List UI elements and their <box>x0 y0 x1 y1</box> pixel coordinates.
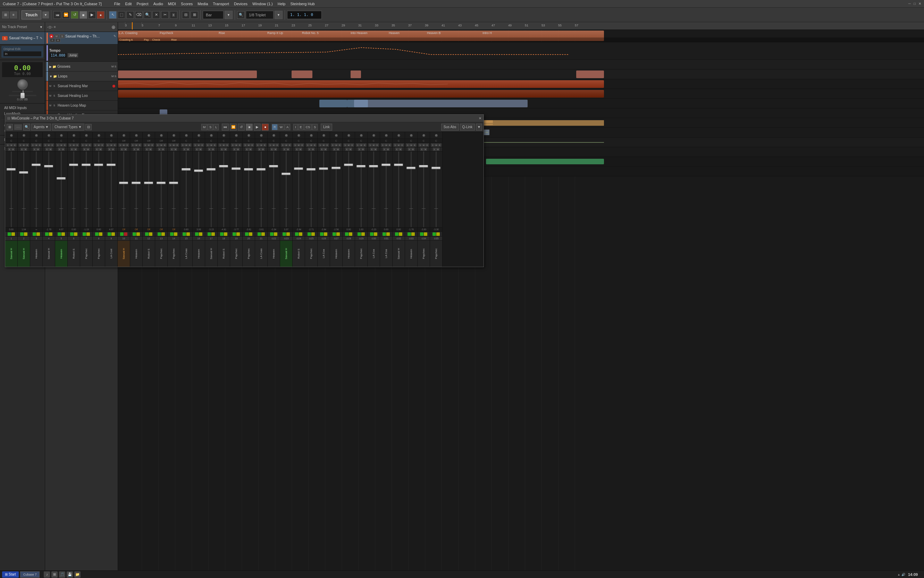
mix-btn-a[interactable]: A <box>285 124 290 130</box>
ch-18-fader-track[interactable] <box>223 151 224 227</box>
all-midi-inputs[interactable]: All MIDI Inputs <box>2 105 44 111</box>
track-1-edit[interactable]: ✎ <box>113 34 116 38</box>
ch-4-btn-green[interactable] <box>45 232 49 236</box>
ch-24-btn-green[interactable] <box>295 232 298 236</box>
ch-34-btn-m2[interactable]: M <box>424 148 427 151</box>
ch-7-insert-knob[interactable] <box>80 132 92 139</box>
ch-29-insert-knob[interactable] <box>355 132 367 139</box>
ch-8-fader-track[interactable] <box>98 151 99 227</box>
track-1-mute[interactable]: M <box>54 34 59 38</box>
ch-14-fader-track[interactable] <box>173 151 174 227</box>
ch-2-btn-m2[interactable]: M <box>24 148 27 151</box>
ch-4-name-area[interactable]: Saxual H <box>43 240 55 267</box>
ch-18-btn-s[interactable]: S <box>218 143 222 146</box>
mix-rewind[interactable]: ⏪ <box>230 123 237 131</box>
ch-13-btn-e[interactable]: E <box>158 148 161 151</box>
ch-33-btn-green[interactable] <box>408 232 411 236</box>
ch-25-btn-m[interactable]: M <box>310 143 313 146</box>
taskbar-icon-3[interactable]: 🎵 <box>59 572 65 578</box>
ch-17-btn-s[interactable]: S <box>206 143 209 146</box>
ch-17-fader-thumb[interactable] <box>207 168 215 170</box>
ch-21-fader-thumb[interactable] <box>257 168 265 170</box>
ch-19-btn-s[interactable]: S <box>231 143 234 146</box>
ch-25-fader-track[interactable] <box>311 151 312 227</box>
ch-16-btn-green[interactable] <box>195 232 199 236</box>
ch-23-fader-thumb[interactable] <box>282 173 291 175</box>
ch-7-btn-m2[interactable]: M <box>86 148 89 151</box>
snap-btn[interactable]: ⊟ <box>182 11 189 19</box>
loops-arrow[interactable]: ▼ <box>49 75 52 78</box>
ch-4-btn-r[interactable]: R <box>51 143 54 146</box>
ch-8-btn-m[interactable]: M <box>97 143 100 146</box>
track-saxmar-s[interactable]: S <box>53 85 57 87</box>
ch-3-btn-s[interactable]: S <box>31 143 34 146</box>
ch-13-fader-track[interactable] <box>161 151 162 227</box>
ch-20-fader-thumb[interactable] <box>244 168 253 170</box>
ch-1-fader-track[interactable] <box>11 151 12 227</box>
ch-16-btn-s[interactable]: S <box>194 143 197 146</box>
ch-30-name-area[interactable]: LA Coa <box>367 240 380 267</box>
ch-24-btn-yellow[interactable] <box>299 232 302 236</box>
ch-21-btn-m[interactable]: M <box>260 143 263 146</box>
ch-12-btn-green[interactable] <box>145 232 149 236</box>
ch-9-name-area[interactable]: LA Cost <box>105 240 117 267</box>
clip-saxmar-1[interactable] <box>118 80 604 88</box>
ch-34-btn-m[interactable]: M <box>422 143 425 146</box>
ch-14-btn-green[interactable] <box>170 232 173 236</box>
clip-loops-block3[interactable] <box>351 70 361 78</box>
track-1-write[interactable]: W <box>55 39 60 42</box>
ch-34-name-area[interactable]: Paychec <box>417 240 430 267</box>
ch-7-btn-m[interactable]: M <box>85 143 88 146</box>
ch-12-fader-track[interactable] <box>148 151 149 227</box>
ch-7-fader-thumb[interactable] <box>82 164 91 166</box>
ch-24-btn-m2[interactable]: M <box>299 148 302 151</box>
ch-23-name-area[interactable]: Saxual H <box>280 240 292 267</box>
ch-8-btn-r[interactable]: R <box>101 143 104 146</box>
ch-3-btn-m[interactable]: M <box>35 143 38 146</box>
ch-23-btn-s[interactable]: S <box>281 143 284 146</box>
track-row-saxual-mar[interactable]: M S Saxual Healing Mar <box>45 81 118 91</box>
ch-8-name-area[interactable]: Paychec <box>93 240 105 267</box>
mute-tool[interactable]: ✕ <box>152 11 160 19</box>
ch-26-btn-green[interactable] <box>320 232 324 236</box>
ch-2-btn-s[interactable]: S <box>19 143 22 146</box>
ch-30-btn-e[interactable]: E <box>371 148 374 151</box>
ch-17-btn-m[interactable]: M <box>210 143 213 146</box>
ch-11-btn-r[interactable]: R <box>138 143 141 146</box>
tracklist-icon-1[interactable]: ◁▷ <box>47 25 53 29</box>
ch-23-btn-m[interactable]: M <box>285 143 288 146</box>
ch-35-fader-thumb[interactable] <box>432 167 440 169</box>
ch-28-btn-yellow[interactable] <box>349 232 352 236</box>
ch-7-btn-e[interactable]: E <box>83 148 86 151</box>
ch-20-fader-track[interactable] <box>248 151 249 227</box>
grooves-arrow[interactable]: ▶ <box>49 65 52 68</box>
ch-12-btn-m2[interactable]: M <box>149 148 152 151</box>
ch-23-btn-r[interactable]: R <box>288 143 291 146</box>
ch-27-btn-s[interactable]: S <box>331 143 334 146</box>
ch-3-btn-yellow[interactable] <box>36 232 40 236</box>
mix-go-start[interactable]: ⏮ <box>222 123 229 131</box>
ch-15-btn-m[interactable]: M <box>184 143 188 146</box>
ch-10-btn-green[interactable] <box>120 232 124 236</box>
ch-35-fader-track[interactable] <box>435 151 437 227</box>
ch-20-btn-green[interactable] <box>245 232 249 236</box>
go-to-start[interactable]: ⏮ <box>53 11 61 19</box>
ch-16-btn-r[interactable]: R <box>201 143 204 146</box>
ch-10-fader-thumb[interactable] <box>119 182 128 184</box>
ch-22-fader-thumb[interactable] <box>269 165 278 167</box>
ch-22-btn-m2[interactable]: M <box>274 148 277 151</box>
taskbar-icon-5[interactable]: 📁 <box>74 572 81 578</box>
ch-1-name-area[interactable]: Saxual H <box>5 240 17 267</box>
ch-4-btn-s[interactable]: S <box>44 143 47 146</box>
ch-20-btn-m[interactable]: M <box>247 143 250 146</box>
ch-33-btn-m[interactable]: M <box>409 143 413 146</box>
ch-27-btn-yellow[interactable] <box>337 232 340 236</box>
ch-11-btn-yellow[interactable] <box>136 232 140 236</box>
ch-17-name-area[interactable]: Saxual H <box>205 240 217 267</box>
grooves-mute[interactable]: M <box>112 65 114 68</box>
track-heavenloop-m[interactable]: M <box>49 104 53 107</box>
ch-7-btn-s[interactable]: S <box>81 143 84 146</box>
ch-23-btn-green[interactable] <box>283 232 286 236</box>
ch-28-btn-e[interactable]: E <box>345 148 348 151</box>
ch-20-btn-m2[interactable]: M <box>249 148 252 151</box>
